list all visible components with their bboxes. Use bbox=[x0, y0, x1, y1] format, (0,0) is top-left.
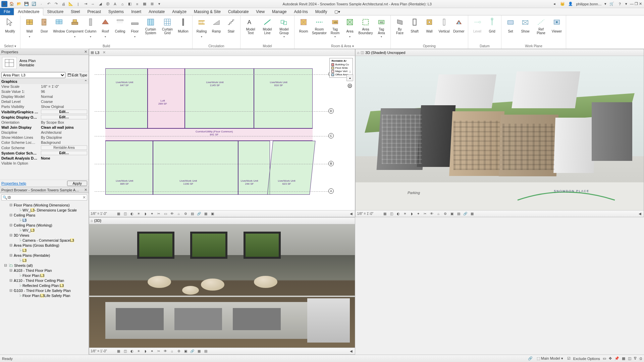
tab-collaborate[interactable]: Collaborate bbox=[224, 8, 252, 15]
tab-addins[interactable]: Add-Ins bbox=[290, 8, 311, 15]
wall-button[interactable]: Wall▾ bbox=[22, 17, 37, 39]
render-icon[interactable]: ✦ bbox=[150, 349, 154, 353]
property-row[interactable]: Color SchemeRentable Area bbox=[0, 145, 89, 150]
view-scale[interactable]: 1/8" = 1'-0" bbox=[357, 212, 380, 216]
spot-icon[interactable]: ⦿ bbox=[105, 1, 111, 7]
tag-area-button[interactable]: A1TagArea▾ bbox=[374, 17, 388, 39]
tag-icon[interactable]: ◢ bbox=[97, 1, 103, 7]
thinlines-icon[interactable]: ≡ bbox=[134, 1, 140, 7]
drag-icon[interactable]: ✥ bbox=[609, 356, 612, 361]
chevron-down-icon[interactable]: ▾ bbox=[381, 35, 382, 39]
grid-bubble[interactable]: B bbox=[328, 161, 334, 166]
tree-node[interactable]: ⋮▫Floor Plan: L3 Life Safety Plan bbox=[1, 293, 88, 298]
property-value[interactable]: Background bbox=[40, 140, 89, 145]
tab-massing-site[interactable]: Massing & Site bbox=[190, 8, 224, 15]
roof-button[interactable]: Roof▾ bbox=[98, 17, 112, 39]
properties-help-link[interactable]: Properties help bbox=[1, 181, 26, 185]
tab-structure[interactable]: Structure bbox=[43, 8, 67, 15]
property-row[interactable]: Visible In Option bbox=[0, 161, 89, 166]
view-3d-body[interactable]: SNOWDON PLACE Parking bbox=[356, 56, 644, 210]
component-button[interactable]: Component▾ bbox=[67, 17, 83, 39]
expand-icon[interactable]: ⊟ bbox=[9, 268, 13, 273]
curtain-system-button[interactable]: CurtainSystem bbox=[143, 17, 159, 36]
analytical-icon[interactable]: ▤ bbox=[456, 212, 461, 216]
chevron-down-icon[interactable]: ▾ bbox=[74, 35, 75, 39]
tree-node[interactable]: ⊟⋮Ceiling Plans bbox=[1, 213, 88, 218]
user-icon[interactable]: 👤 bbox=[568, 1, 573, 7]
project-browser-header[interactable]: Project Browser - Snowdon Towers Sample … bbox=[0, 187, 89, 193]
default3d-icon[interactable]: ⌂ bbox=[119, 1, 125, 7]
group-label-room[interactable]: Room & Area ▾ bbox=[297, 44, 388, 48]
expand-icon[interactable]: ⊟ bbox=[9, 243, 13, 247]
temp-props-icon[interactable]: ⚙ bbox=[443, 212, 447, 216]
expand-icon[interactable]: ⊟ bbox=[9, 253, 13, 257]
cart-icon[interactable]: 🛒 bbox=[609, 1, 614, 7]
tree-node[interactable]: ⋮▫Reflected Ceiling Plan: L3 bbox=[1, 283, 88, 288]
chevron-down-icon[interactable]: ▾ bbox=[334, 35, 336, 39]
visual-style-icon[interactable]: ◐ bbox=[396, 212, 400, 216]
property-row[interactable]: OrientationBy Scope Box bbox=[0, 120, 89, 125]
text-icon[interactable]: A bbox=[112, 1, 118, 7]
project-tree[interactable]: ⊟⋮Floor Plans (Working Dimensions)⋮▫WV_L… bbox=[0, 202, 89, 355]
property-row[interactable]: Display ModelNormal bbox=[0, 94, 89, 99]
property-row[interactable]: Show Hidden LinesBy Discipline bbox=[0, 135, 89, 140]
modify-button[interactable]: Modify bbox=[2, 17, 18, 36]
visual-style-icon[interactable]: ◐ bbox=[129, 212, 134, 216]
tree-node[interactable]: ⊟⋮G103 - Third Floor Life Safety Plan bbox=[1, 288, 88, 293]
tree-node[interactable]: ⊟⋮🗀Sheets (all) bbox=[1, 263, 88, 268]
model-graphics-icon[interactable]: ▦ bbox=[382, 212, 387, 216]
chevron-down-icon[interactable]: ▾ bbox=[105, 35, 106, 39]
section-icon[interactable]: ◧ bbox=[127, 1, 133, 7]
scroll-left-icon[interactable]: ◀ bbox=[349, 349, 354, 353]
set-button[interactable]: Set bbox=[503, 17, 518, 36]
grid-bubble[interactable]: D bbox=[328, 108, 334, 114]
analytical-icon[interactable]: ▤ bbox=[190, 212, 195, 216]
filter-count-icon[interactable]: ∇ bbox=[634, 356, 636, 361]
grid-button[interactable]: Grid bbox=[485, 17, 499, 36]
help-icon[interactable]: ? bbox=[617, 1, 623, 7]
area-boundary-button[interactable]: AreaBoundary bbox=[358, 17, 374, 36]
property-value[interactable]: Show Original bbox=[40, 104, 89, 109]
tab-annotate[interactable]: Annotate bbox=[145, 8, 168, 15]
viewer-button[interactable]: Viewer bbox=[550, 17, 564, 36]
status-mainmodel[interactable]: Main Model bbox=[541, 356, 560, 360]
shaft-button[interactable]: Shaft bbox=[408, 17, 422, 36]
section-box-icon[interactable]: ▣ bbox=[183, 349, 188, 353]
view-3d-tab[interactable]: ⌂ ◫ 3D (Shaded) Uncropped bbox=[356, 49, 644, 56]
room-separator-button[interactable]: RoomSeparator bbox=[311, 17, 327, 36]
type-selector[interactable]: Area Plan Rentable bbox=[0, 55, 89, 71]
tab-steel[interactable]: Steel bbox=[67, 8, 84, 15]
extra-icon[interactable]: ▣ bbox=[210, 212, 215, 216]
apply-button[interactable]: Apply bbox=[67, 181, 87, 186]
edit-type-button[interactable]: 🗔 Edit Type bbox=[67, 73, 87, 77]
mullion-button[interactable]: Mullion bbox=[176, 17, 190, 36]
property-value[interactable]: 96 bbox=[40, 89, 89, 94]
select-underlay-icon[interactable]: ◫ bbox=[628, 356, 631, 361]
keynote-icon[interactable]: 👑 bbox=[560, 1, 565, 7]
model-text-button[interactable]: AModelText bbox=[243, 17, 259, 36]
property-value[interactable]: None bbox=[40, 156, 89, 161]
view-scale[interactable]: 1/8" = 1'-0" bbox=[91, 212, 114, 216]
sun-path-icon[interactable]: ☀ bbox=[402, 212, 407, 216]
category-graphics[interactable]: Graphics⌃ bbox=[0, 79, 89, 84]
property-row[interactable]: System Color Sche…Edit… bbox=[0, 150, 89, 156]
window-button[interactable]: Window bbox=[52, 17, 66, 36]
property-value[interactable]: By Discipline bbox=[40, 135, 89, 140]
property-value[interactable]: Coarse bbox=[40, 99, 89, 104]
model-line-button[interactable]: ModelLine bbox=[259, 17, 275, 36]
chevron-down-icon[interactable]: ▾ bbox=[134, 35, 136, 39]
property-value[interactable]: Architectural bbox=[40, 130, 89, 135]
properties-header[interactable]: Properties ✕ bbox=[0, 49, 89, 55]
expand-icon[interactable]: ⊟ bbox=[9, 223, 13, 227]
shadows-icon[interactable]: ◗ bbox=[143, 349, 148, 353]
ramp-button[interactable]: Ramp bbox=[209, 17, 223, 36]
expand-icon[interactable]: ⊟ bbox=[9, 233, 13, 237]
tree-node[interactable]: ⊟⋮Area Plans (Rentable) bbox=[1, 253, 88, 258]
property-row[interactable]: Parts VisibilityShow Original bbox=[0, 104, 89, 109]
constraints-icon[interactable]: 🔗 bbox=[463, 212, 468, 216]
model-graphics-icon[interactable]: ▦ bbox=[116, 349, 121, 353]
wall-button[interactable]: Wall bbox=[422, 17, 436, 36]
shadows-icon[interactable]: ◗ bbox=[409, 212, 414, 216]
worksets-icon[interactable]: ▦ bbox=[197, 349, 201, 353]
tree-node[interactable]: ⊟⋮3D Views bbox=[1, 233, 88, 238]
